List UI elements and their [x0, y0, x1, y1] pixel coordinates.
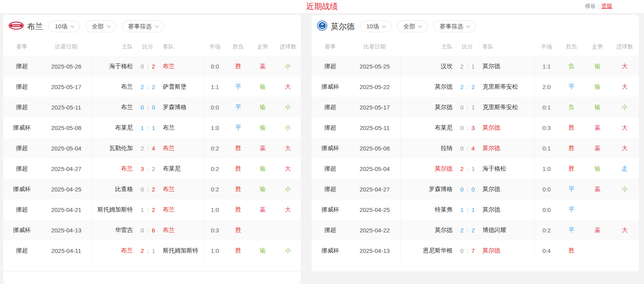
goals-cell: 走 — [610, 165, 639, 173]
table-row: 挪威杯 2025-05-08 拉纳 0 : 4 莫尔德 0:1 胜 赢 大 — [312, 138, 639, 158]
svg-text:M: M — [321, 22, 324, 26]
col-goals: 进球数 — [275, 43, 301, 50]
score: 0 : 6 — [133, 227, 163, 234]
date-cell: 2025-05-26 — [41, 63, 92, 70]
league-cell: 挪威杯 — [312, 206, 349, 213]
home-goals: 1 — [141, 206, 144, 213]
goals-cell: 大 — [610, 226, 639, 234]
home-goals: 0 — [141, 63, 144, 70]
matches-count-filter[interactable]: 10场 — [360, 20, 392, 32]
halftime-cell: 1:0 — [204, 124, 226, 131]
trend-cell: 输 — [250, 124, 275, 132]
vertical-layout-link[interactable]: 竖版 — [601, 3, 612, 10]
table-header: 赛事 比赛日期 主队 比分 客队 半场 胜负 走势 进球数 — [3, 38, 301, 56]
chevron-down-icon — [155, 24, 159, 28]
filter-label: 10场 — [55, 23, 67, 30]
away-team: 布莱尼 — [163, 165, 203, 173]
table-row: 挪超 2025-04-27 罗森博格 0 : 0 莫尔德 0:0 平 赢 小 — [312, 179, 639, 199]
trend-cell: 输 — [584, 165, 610, 173]
scope-filter[interactable]: 全部 — [86, 20, 116, 32]
league-cell: 挪超 — [312, 165, 349, 173]
away-team: 布兰 — [163, 206, 203, 213]
score-colon: : — [467, 124, 468, 131]
table-row: 挪超 2025-04-27 布兰 3 : 2 布莱尼 0:2 胜 输 大 — [3, 158, 301, 179]
away-team: 布兰 — [163, 145, 203, 152]
teams-cell: 罗森博格 0 : 0 莫尔德 — [400, 179, 535, 199]
competition-filter[interactable]: 赛事筛选 — [122, 20, 164, 32]
date-cell: 2025-05-17 — [41, 84, 92, 90]
away-goals: 2 — [472, 84, 475, 90]
teams-cell: 汉坎 2 : 1 莫尔德 — [400, 56, 535, 76]
panels-container: BRANN 布兰 10场 全部 赛事筛选 赛事 比赛日期 主队 比分 — [0, 15, 644, 284]
result-cell: 胜 — [226, 226, 250, 234]
result-cell: 胜 — [558, 124, 584, 132]
halftime-cell: 0:0 — [535, 186, 558, 193]
trend-cell: 赢 — [584, 145, 610, 152]
toggle-divider: | — [598, 3, 599, 9]
goals-cell: 小 — [275, 124, 301, 132]
svg-text:BRANN: BRANN — [12, 24, 20, 27]
goals-cell: 小 — [275, 104, 301, 111]
team-name: 布兰 — [27, 21, 43, 32]
away-goals: 1 — [472, 165, 475, 172]
score-colon: : — [467, 104, 468, 111]
table-header: 赛事 比赛日期 主队 比分 客队 半场 胜负 走势 进球数 — [312, 38, 639, 56]
result-cell: 胜 — [226, 186, 250, 193]
score-colon: : — [147, 206, 149, 213]
home-team: 华雷吉 — [92, 226, 133, 234]
score-colon: : — [467, 206, 468, 213]
result-cell: 胜 — [226, 145, 250, 152]
result-cell: 负 — [558, 63, 584, 70]
home-team: 瓦勒伦加 — [92, 145, 133, 152]
col-trend: 走势 — [584, 43, 610, 50]
col-goals: 进球数 — [610, 43, 639, 50]
date-cell: 2025-05-17 — [349, 104, 400, 111]
teams-cell: 布兰 3 : 2 布莱尼 — [92, 158, 204, 179]
col-league: 赛事 — [312, 43, 349, 50]
league-cell: 挪超 — [312, 124, 349, 132]
trend-cell: 输 — [250, 165, 275, 173]
goals-cell: 大 — [610, 145, 639, 152]
right-team-panel: M FK 莫尔德 10场 全部 赛事筛选 赛事 比赛日期 主队 — [312, 15, 639, 272]
home-goals: 0 — [141, 104, 144, 111]
score-colon: : — [147, 63, 149, 70]
score: 0 : 4 — [453, 145, 483, 152]
date-cell: 2025-04-13 — [41, 227, 92, 234]
competition-filter[interactable]: 赛事筛选 — [433, 20, 476, 32]
league-cell: 挪超 — [3, 165, 41, 173]
score: 1 : 2 — [133, 206, 163, 213]
home-goals: 2 — [141, 84, 144, 90]
home-team: 莫尔德 — [401, 226, 453, 234]
result-cell: 平 — [226, 83, 250, 91]
team-name: 莫尔德 — [331, 21, 355, 32]
table-row: 挪威杯 2025-04-25 比查格 0 : 2 布兰 0:2 胜 输 小 — [3, 179, 301, 199]
result-cell: 胜 — [226, 206, 250, 213]
teams-cell: 莫尔德 2 : 2 博德闪耀 — [400, 220, 535, 240]
teams-cell: 海于格松 0 : 2 布兰 — [92, 56, 204, 76]
result-cell: 胜 — [558, 165, 584, 173]
teams-cell: 布兰 2 : 1 斯托姆加斯特 — [92, 240, 204, 261]
horizontal-layout-link[interactable]: 横板 — [585, 3, 596, 10]
halftime-cell: 1:1 — [204, 84, 226, 90]
home-team: 恩尼斯华根 — [401, 247, 453, 254]
svg-text:FK: FK — [321, 26, 324, 29]
date-cell: 2025-05-04 — [41, 145, 92, 152]
score-colon: : — [147, 145, 149, 152]
filter-label: 10场 — [366, 23, 379, 30]
matches-count-filter[interactable]: 10场 — [49, 20, 80, 32]
league-cell: 挪超 — [3, 247, 41, 254]
result-cell: 平 — [558, 226, 584, 234]
home-team: 布莱尼 — [401, 124, 453, 132]
table-row: 挪超 2025-05-04 瓦勒伦加 2 : 4 布兰 0:2 胜 赢 大 — [3, 138, 301, 158]
league-cell: 挪超 — [3, 83, 41, 91]
away-team: 布兰 — [163, 226, 203, 234]
score-colon: : — [147, 84, 149, 90]
table-row: 挪超 2025-05-11 布莱尼 0 : 3 莫尔德 0:3 胜 赢 大 — [312, 117, 639, 138]
scope-filter[interactable]: 全部 — [397, 20, 428, 32]
teams-cell: 莫尔德 2 : 2 克里斯蒂安松 — [400, 76, 535, 97]
away-goals: 7 — [472, 247, 475, 254]
away-goals: 1 — [472, 63, 475, 70]
score: 2 : 1 — [453, 63, 483, 70]
goals-cell: 大 — [610, 83, 639, 91]
away-goals: 1 — [472, 104, 475, 111]
